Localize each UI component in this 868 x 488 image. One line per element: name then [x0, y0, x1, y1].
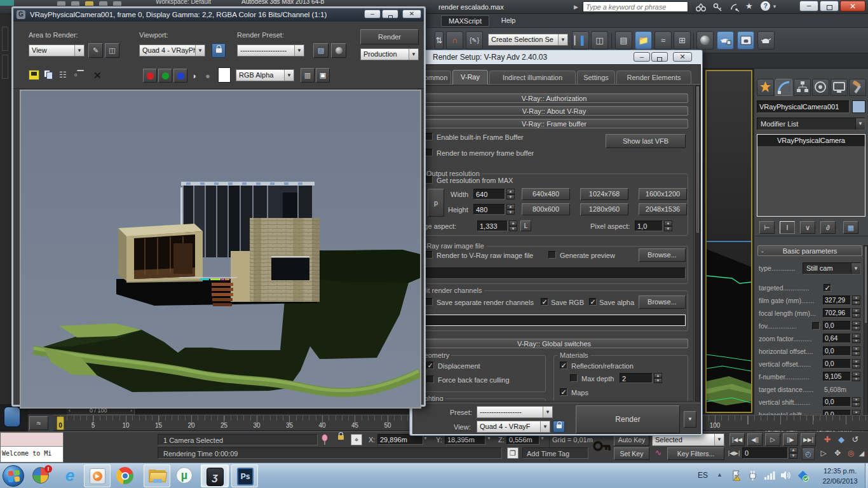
- image-aspect-spinner[interactable]: ▲▼: [509, 220, 517, 231]
- rendered-frame-window-icon[interactable]: [737, 31, 754, 50]
- help-dropdown-arrow[interactable]: ▼: [772, 4, 777, 10]
- auto-region-button[interactable]: ◫: [105, 43, 119, 58]
- dialog-close-button[interactable]: ✕: [673, 52, 692, 62]
- go-to-start-button[interactable]: |◀◀: [729, 433, 745, 446]
- fov-field[interactable]: 0,0: [823, 321, 851, 330]
- magnet-snap-icon[interactable]: ∩: [446, 31, 463, 50]
- maxscript-listener[interactable]: Welcome to Mi: [0, 432, 64, 463]
- schematic-view-icon[interactable]: ⊞: [674, 31, 691, 50]
- dropdown-arrow-icon[interactable]: ▼: [294, 45, 304, 56]
- tab-create[interactable]: [757, 79, 774, 96]
- mirror-icon[interactable]: ▏▌: [572, 31, 589, 50]
- previous-frame-button[interactable]: ◀||: [747, 433, 763, 446]
- clear-image-icon[interactable]: ✕: [93, 70, 102, 81]
- channels-path-field[interactable]: [424, 315, 686, 326]
- dialog-minimize-button[interactable]: –: [634, 52, 650, 62]
- rollout-global-switches[interactable]: V-Ray:: Global switches: [420, 339, 688, 348]
- go-to-end-button[interactable]: ▶▶|: [801, 433, 816, 446]
- res-800x600-button[interactable]: 800x600: [522, 203, 570, 215]
- max-depth-spinner[interactable]: ▲▼: [654, 373, 662, 383]
- pan-hand-icon[interactable]: ✥: [831, 447, 844, 460]
- save-preset-button[interactable]: ▨: [313, 43, 329, 58]
- dialog-maximize-button[interactable]: [651, 52, 668, 62]
- tab-motion[interactable]: [812, 79, 829, 96]
- width-field[interactable]: 640: [473, 189, 505, 200]
- pin-stack-button[interactable]: ⊢: [759, 221, 775, 234]
- tray-network-icon[interactable]: [764, 470, 775, 483]
- alpha-channel-button[interactable]: ●: [205, 71, 210, 81]
- dropdown-arrow-icon[interactable]: ▼: [409, 49, 418, 60]
- res-1280x960-button[interactable]: 1280x960: [580, 203, 628, 215]
- layer-manager-icon[interactable]: ▤: [615, 31, 632, 50]
- panel-scrollbar[interactable]: [864, 245, 868, 432]
- tab-display[interactable]: [831, 79, 848, 96]
- red-channel-button[interactable]: [143, 69, 157, 83]
- set-key-mode-icon[interactable]: [592, 433, 613, 460]
- tray-volume-icon[interactable]: [780, 470, 792, 483]
- maps-checkbox[interactable]: ✓: [560, 388, 567, 396]
- key-filters-button[interactable]: Key Filters...: [667, 447, 724, 460]
- viewport-dropdown[interactable]: Quad 4 - VRayPhy▼: [139, 44, 205, 57]
- zoom-extents-icon[interactable]: ▷: [817, 447, 830, 460]
- res-1600x1200-button[interactable]: 1600x1200: [639, 188, 687, 200]
- tray-power-icon[interactable]: [747, 470, 759, 484]
- start-button[interactable]: [3, 465, 24, 487]
- rollout-collapse-icon[interactable]: -: [761, 246, 764, 256]
- play-button[interactable]: ▷: [765, 433, 780, 446]
- dropdown-arrow-icon[interactable]: ▼: [540, 421, 550, 432]
- dropdown-arrow-icon[interactable]: ▼: [74, 45, 84, 56]
- add-time-tag[interactable]: Add Time Tag: [522, 447, 588, 459]
- raw-path-field[interactable]: [424, 268, 686, 279]
- dropdown-arrow-icon[interactable]: ▼: [714, 434, 724, 445]
- film-gate-field[interactable]: 327,29: [823, 295, 851, 305]
- focal-length-field[interactable]: 702,96: [823, 308, 851, 318]
- tab-indirect-illumination[interactable]: Indirect illumination: [489, 71, 576, 84]
- angle-snap-icon[interactable]: ↺: [849, 433, 862, 446]
- snaps-shield-icon[interactable]: ◆: [835, 433, 848, 446]
- res-2048x1536-button[interactable]: 2048x1536: [639, 203, 687, 215]
- vfb-close-button[interactable]: ✕: [402, 10, 421, 18]
- vertical-offset-field[interactable]: 0,0: [823, 359, 851, 369]
- rollout-frame-buffer[interactable]: V-Ray:: Frame buffer: [420, 119, 688, 128]
- named-selection-icon[interactable]: {✎}: [466, 31, 483, 50]
- next-frame-button[interactable]: ||▶: [783, 433, 798, 446]
- compare-frames-icon[interactable]: ▣: [316, 68, 330, 83]
- get-resolution-checkbox[interactable]: [425, 176, 433, 184]
- taskbar-antivirus-icon[interactable]: !: [32, 466, 52, 485]
- configure-modifier-sets-button[interactable]: ▦: [843, 221, 858, 234]
- basic-parameters-rollout[interactable]: - Basic parameters: [757, 245, 862, 256]
- tab-render-elements[interactable]: Render Elements: [616, 71, 691, 84]
- tab-utilities[interactable]: [849, 79, 866, 96]
- print-image-icon[interactable]: ▫▔: [74, 70, 84, 79]
- listener-macro-pane[interactable]: [1, 433, 63, 447]
- monochrome-button[interactable]: ◑: [191, 71, 196, 81]
- vfb-render-button[interactable]: Render: [360, 29, 419, 44]
- curve-editor-icon[interactable]: ≈: [654, 31, 672, 50]
- render-canvas[interactable]: [20, 90, 421, 409]
- edit-region-button[interactable]: ✎: [88, 43, 103, 58]
- render-production-icon[interactable]: [757, 31, 775, 50]
- taskbar-chrome-icon[interactable]: [116, 466, 136, 485]
- favorites-star-icon[interactable]: ★: [745, 1, 753, 11]
- tray-expand-icon[interactable]: ▲: [717, 471, 722, 478]
- rollout-about-vray[interactable]: V-Ray:: About V-Ray: [420, 106, 688, 116]
- tray-dropbox-icon[interactable]: [797, 470, 810, 485]
- render-preset-dropdown[interactable]: --------------------▼: [237, 44, 304, 57]
- time-configuration-icon[interactable]: ◴: [802, 447, 815, 460]
- maximize-viewport-icon[interactable]: ◢: [857, 447, 867, 460]
- focal-length-spinner[interactable]: ▲▼: [852, 308, 860, 318]
- rollout-authorization[interactable]: V-Ray:: Authorization: [420, 93, 688, 103]
- align-icon[interactable]: ◫: [591, 31, 608, 50]
- height-field[interactable]: 480: [473, 204, 505, 215]
- search-expand-arrow[interactable]: ▶: [574, 3, 578, 11]
- key-step-icon[interactable]: |◀▶|: [727, 449, 741, 459]
- dialog-render-button[interactable]: Render: [576, 405, 680, 433]
- window-restore-button[interactable]: [820, 1, 839, 11]
- taskbar-3dsmax-button[interactable]: ʒ: [201, 464, 229, 487]
- save-image-icon[interactable]: [29, 70, 39, 80]
- search-binoculars-icon[interactable]: [695, 2, 707, 12]
- quick-access-icons[interactable]: [57, 0, 153, 6]
- taskbar-ie-icon[interactable]: e: [58, 465, 81, 487]
- channel-display-dropdown[interactable]: RGB Alpha▼: [236, 69, 294, 81]
- render-setup-icon[interactable]: [717, 31, 734, 50]
